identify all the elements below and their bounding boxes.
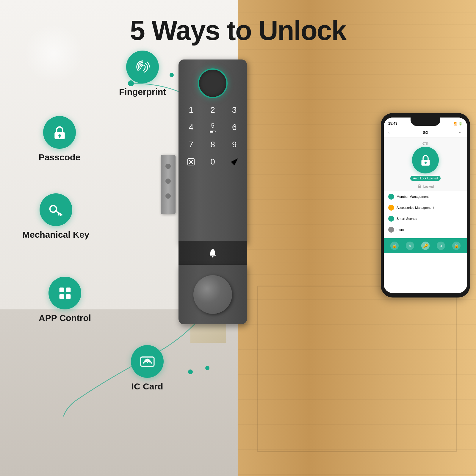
menu-more-dot [388,227,394,233]
fingerprint-icon [134,59,151,75]
key-confirm [226,156,242,168]
fingerprint-method: Fingerprint [119,51,166,97]
key-3: 3 [226,104,242,116]
menu-scenes-label: Smart Scenes [397,217,417,220]
menu-arrow-1: › [461,195,463,198]
key-5: 5 [205,121,221,133]
key-icon [48,202,64,218]
key-7: 7 [183,139,199,151]
passcode-circle [43,116,76,149]
phone-lock-circle [412,147,439,173]
key-9: 9 [226,139,242,151]
iccard-label: IC Card [131,381,163,392]
phone-lock-section: 67% Auto Lock Opened Locked [384,137,467,191]
iccard-method: IC Card [131,345,164,392]
back-arrow: ‹ [388,130,389,135]
connect-dot-iccard [205,366,209,370]
mechanical-label: Mechanical Key [22,230,89,240]
app-title: G2 [392,130,459,135]
smart-lock: 1 2 3 4 5 6 7 8 9 [173,60,262,327]
svg-rect-13 [59,294,64,298]
menu-scenes: Smart Scenes › [384,213,467,224]
mechanical-circle [40,193,72,226]
key-6: 6 [226,121,242,133]
svg-rect-14 [66,294,71,298]
key-2: 2 [205,104,221,116]
key-4: 4 [183,121,199,133]
phone-header: ‹ G2 ⋯ [384,128,467,137]
mount-hole-bottom [165,193,171,199]
fingerprint-label: Fingerprint [119,87,166,97]
svg-rect-11 [59,287,64,292]
menu-member-dot [388,194,394,200]
phone-signal: 📶 🔋 [453,122,463,126]
battery-icon [209,130,217,133]
menu-accessories: Accessories Management › [384,202,467,213]
passcode-label: Passcode [39,152,80,162]
svg-rect-18 [215,131,216,132]
svg-point-16 [146,361,148,363]
menu-member: Member Management › [384,191,467,202]
passcode-method: Passcode [39,116,80,162]
svg-rect-12 [66,287,71,292]
phone-time: 15:43 [388,121,397,126]
lock-icon [51,124,68,141]
menu-icon: ⋯ [459,130,463,135]
key-cancel [183,156,199,168]
phone-notch [411,118,440,126]
svg-rect-19 [210,131,213,133]
menu-accessories-dot [388,205,394,211]
page-title: 5 Ways to Unlock [0,15,476,46]
connect-dot-fingerprint [170,73,174,77]
menu-more-label: more [397,228,404,231]
phone-app-battery: 67% [422,142,428,145]
app-circle [48,277,81,309]
svg-point-25 [424,162,426,164]
mount-hole-mid [165,178,171,184]
lock-top-body: 1 2 3 4 5 6 7 8 9 [178,60,247,244]
menu-more: more › [384,224,467,235]
phone-locked-label: Locked [423,185,434,188]
phone-nav-lock: 🔒 [390,242,399,250]
card-icon [139,353,156,370]
phone-locked-row: Locked [417,183,434,188]
phone-nav-left: ‹‹ [406,242,414,250]
lock-band [178,241,247,265]
phone-locked-icon [417,184,422,188]
menu-scenes-dot [388,216,394,222]
phone-bottom-bar: 🔒 ‹‹ 🔑 ›› 🔓 [384,238,467,253]
phone-nav-unlock: 🔓 [452,242,461,250]
content-overlay: 5 Ways to Unlock Fingerprint [0,0,476,476]
app-method: APP Control [39,277,91,323]
phone-nav-key: 🔑 [421,242,430,250]
menu-arrow-2: › [461,206,463,209]
menu-arrow-3: › [461,217,463,220]
key-8: 8 [205,139,221,151]
smartphone: 15:43 📶 🔋 ‹ G2 ⋯ 67% [381,113,470,298]
phone-menu: Member Management › Accessories Manageme… [384,191,467,235]
fingerprint-sensor [198,68,228,98]
lock-bottom-body [178,265,247,324]
grid-icon [57,285,73,301]
svg-point-2 [188,369,193,374]
svg-rect-6 [59,135,60,137]
svg-rect-26 [418,186,421,188]
mount-hole-top [165,164,171,169]
svg-point-23 [212,256,214,258]
phone-lock-status: Auto Lock Opened [410,176,441,181]
confirm-icon [230,157,239,166]
fingerprint-circle [126,51,159,83]
mechanical-method: Mechanical Key [22,193,89,240]
bell-icon [207,247,219,259]
key-0: 0 [205,156,221,168]
lock-knob [193,275,232,314]
phone-lock-icon [419,154,432,167]
menu-member-label: Member Management [397,195,429,198]
key-1: 1 [183,104,199,116]
bell-svg [207,248,218,258]
phone-nav-right: ›› [437,242,445,250]
phone-screen: 15:43 📶 🔋 ‹ G2 ⋯ 67% [384,118,467,293]
app-label: APP Control [39,313,91,323]
keypad: 1 2 3 4 5 6 7 8 9 [183,104,242,168]
menu-accessories-label: Accessories Management [397,206,434,209]
